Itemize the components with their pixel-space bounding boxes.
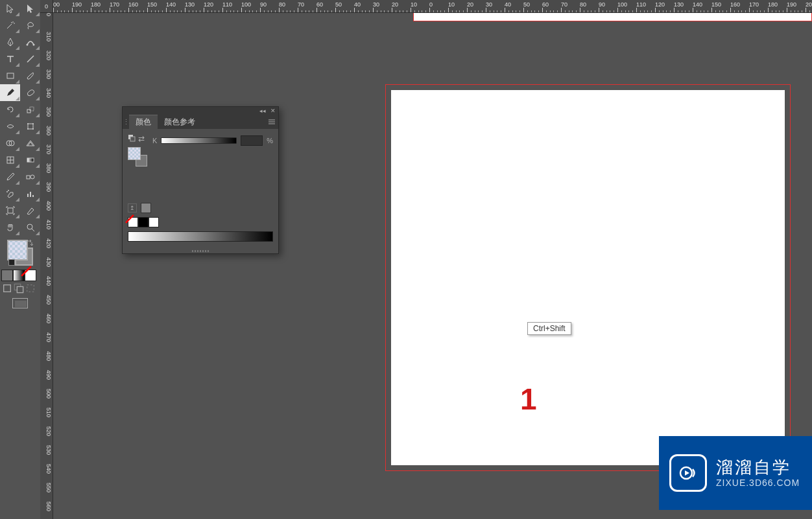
panel-grab-icon[interactable]: ⋮ (123, 115, 129, 129)
draw-inside[interactable] (25, 283, 36, 294)
blend-tool[interactable] (20, 168, 40, 185)
pen-tool[interactable] (0, 34, 20, 51)
svg-rect-25 (17, 286, 23, 292)
logo-subtitle: ZIXUE.3D66.COM (716, 478, 800, 489)
magic-wand-tool[interactable] (0, 17, 20, 34)
horizontal-ruler[interactable]: 0019018017016015014013012011010090807060… (40, 0, 812, 13)
draw-behind[interactable] (13, 283, 25, 294)
hand-tool[interactable] (0, 219, 20, 236)
fill-stroke-swatch[interactable] (0, 236, 40, 268)
line-tool[interactable] (20, 51, 40, 67)
svg-rect-3 (27, 110, 30, 113)
eyedropper-tool[interactable] (0, 168, 20, 185)
tab-color[interactable]: 颜色 (129, 115, 158, 129)
swatch-white[interactable] (149, 217, 159, 227)
column-graph-tool[interactable] (20, 185, 40, 202)
panel-titlebar[interactable]: ◂◂ ✕ (123, 107, 278, 115)
svg-point-7 (32, 123, 34, 124)
color-mode-row (0, 268, 40, 281)
paintbrush-tool[interactable] (20, 67, 40, 84)
screen-mode-button[interactable] (12, 298, 28, 308)
grayscale-spectrum[interactable] (128, 231, 273, 242)
k-slider-label: K (152, 137, 157, 144)
svg-rect-23 (4, 285, 11, 292)
svg-point-9 (32, 128, 34, 130)
svg-point-17 (8, 190, 9, 191)
svg-point-6 (27, 123, 29, 124)
swatch-none[interactable] (128, 217, 138, 227)
k-slider-row: K % (152, 133, 273, 146)
toolbox (0, 0, 40, 519)
svg-rect-13 (27, 158, 34, 162)
logo-play-icon (669, 454, 707, 492)
svg-rect-28 (130, 137, 135, 141)
color-mode-none[interactable] (25, 270, 36, 281)
zoom-tool[interactable] (20, 219, 40, 236)
page-area: Ctrl+Shift 1 (391, 90, 785, 465)
svg-point-15 (30, 175, 34, 179)
pencil-tool[interactable] (0, 84, 20, 101)
scale-tool[interactable] (20, 101, 40, 118)
rotate-tool[interactable] (0, 101, 20, 118)
free-transform-tool[interactable] (20, 118, 40, 135)
screen-mode-row (0, 294, 40, 308)
panel-tabs: ⋮ 颜色 颜色参考 (123, 115, 278, 129)
width-tool[interactable] (0, 118, 20, 135)
panel-menu-icon[interactable] (265, 115, 278, 129)
perspective-grid-tool[interactable] (20, 135, 40, 152)
close-icon[interactable]: ✕ (270, 108, 276, 114)
svg-rect-18 (27, 194, 29, 197)
selection-tool[interactable] (0, 0, 20, 17)
ruler-origin[interactable]: 0 (40, 0, 53, 13)
vertical-ruler[interactable]: 0310320330340350360370380390400410420430… (40, 0, 53, 519)
artboard-tool[interactable] (0, 202, 20, 219)
color-panel: ◂◂ ✕ ⋮ 颜色 颜色参考 ⇄ K % (122, 106, 279, 254)
panel-resize-grip[interactable] (123, 248, 278, 253)
svg-point-8 (27, 128, 29, 130)
watermark-logo: 溜溜自学 ZIXUE.3D66.COM (659, 436, 812, 510)
symbol-sprayer-tool[interactable] (0, 185, 20, 202)
lasso-tool[interactable] (20, 17, 40, 34)
fill-indicator-icon[interactable] (128, 134, 136, 142)
panel-body: ⇄ K % ↥ (123, 129, 278, 248)
fill-swatch[interactable] (7, 240, 28, 260)
base-swatch-row (128, 217, 273, 227)
mesh-tool[interactable] (0, 152, 20, 168)
page-number-text: 1 (520, 382, 537, 417)
svg-point-16 (6, 191, 8, 192)
shape-builder-tool[interactable] (0, 135, 20, 152)
tab-color-guide[interactable]: 颜色参考 (158, 115, 202, 129)
k-slider-track[interactable] (161, 137, 237, 144)
svg-rect-14 (27, 176, 30, 179)
type-tool[interactable] (0, 51, 20, 67)
shortcut-tooltip: Ctrl+Shift (527, 322, 571, 335)
last-color-button[interactable]: ↥ (128, 203, 137, 213)
svg-point-0 (26, 44, 28, 46)
svg-rect-21 (8, 208, 13, 213)
collapse-icon[interactable]: ◂◂ (259, 108, 266, 114)
mini-fill-stroke[interactable] (128, 147, 147, 167)
default-fill-stroke[interactable] (8, 259, 15, 266)
k-slider-unit: % (267, 137, 273, 144)
mini-fill[interactable] (128, 147, 141, 160)
draw-normal[interactable] (1, 283, 13, 294)
logo-title: 溜溜自学 (716, 457, 800, 478)
rectangle-tool[interactable] (0, 67, 20, 84)
artboard-2[interactable]: Ctrl+Shift 1 (385, 84, 791, 471)
current-tint-swatch[interactable] (141, 203, 151, 213)
draw-mode-row (0, 281, 40, 294)
svg-rect-26 (27, 285, 34, 292)
swap-icon[interactable]: ⇄ (138, 133, 145, 143)
slice-tool[interactable] (20, 202, 40, 219)
k-slider-input[interactable] (241, 135, 263, 146)
direct-selection-tool[interactable] (20, 0, 40, 17)
swap-fill-stroke-icon[interactable] (27, 238, 34, 246)
color-mode-solid[interactable] (1, 270, 13, 281)
blob-brush-tool[interactable] (20, 84, 40, 101)
svg-point-1 (32, 44, 34, 46)
curvature-tool[interactable] (20, 34, 40, 51)
tint-row: ↥ (128, 203, 273, 213)
svg-rect-20 (32, 195, 34, 197)
svg-rect-19 (30, 192, 31, 197)
gradient-tool[interactable] (20, 152, 40, 168)
